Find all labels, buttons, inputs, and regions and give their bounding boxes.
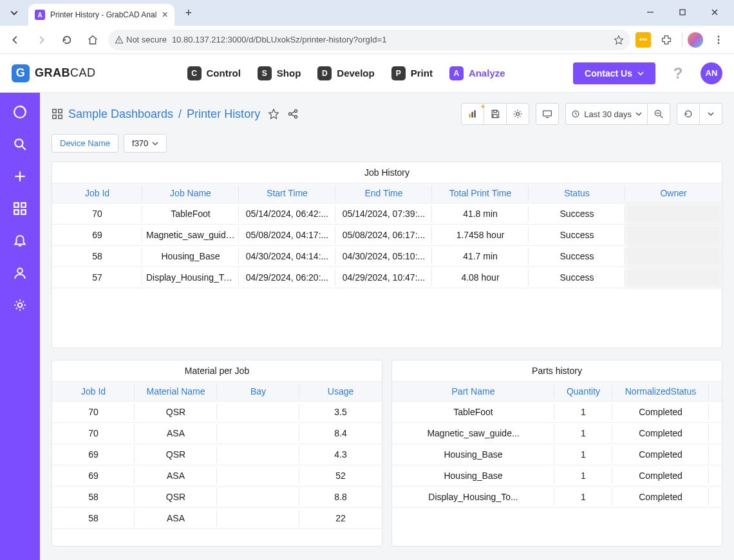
- profile-avatar[interactable]: [688, 32, 703, 48]
- column-header[interactable]: Job Name: [142, 183, 239, 203]
- column-header[interactable]: Part Name: [392, 382, 554, 402]
- home-button[interactable]: [82, 30, 103, 50]
- column-header[interactable]: End Time: [335, 183, 432, 203]
- variable-device-name-value[interactable]: f370: [124, 134, 167, 153]
- window-minimize-button[interactable]: [636, 3, 664, 22]
- table-row[interactable]: Magnetic_saw_guide...1Completed: [392, 423, 722, 444]
- nav-shop[interactable]: SShop: [258, 66, 301, 80]
- nav-develop[interactable]: DDevelop: [317, 66, 374, 80]
- svg-rect-21: [53, 109, 56, 113]
- svg-rect-33: [494, 110, 497, 112]
- nav-analyze[interactable]: AAnalyze: [449, 66, 505, 80]
- table-cell: QSR: [135, 444, 217, 465]
- extensions-button[interactable]: [656, 30, 677, 50]
- column-header[interactable]: Owner: [625, 183, 722, 203]
- variable-device-name-label[interactable]: Device Name: [52, 134, 118, 153]
- not-secure-badge: Not secure: [115, 35, 167, 44]
- nav-back-button[interactable]: [5, 30, 26, 50]
- table-row[interactable]: Housing_Base1Completed: [392, 444, 722, 465]
- column-header[interactable]: Status: [529, 183, 625, 203]
- column-header[interactable]: NormalizedStatus: [612, 382, 709, 402]
- table-cell: Housing_Base: [392, 444, 554, 465]
- nav-forward-button[interactable]: [31, 30, 52, 50]
- table-cell: 58: [52, 246, 142, 267]
- tab-close-button[interactable]: ×: [162, 9, 167, 21]
- avatar-initials: AN: [706, 68, 718, 78]
- table-row[interactable]: 70QSR3.5: [52, 402, 382, 423]
- tabs-dropdown-button[interactable]: [5, 4, 23, 22]
- analyze-icon: A: [449, 66, 464, 80]
- tv-mode-button[interactable]: [536, 103, 559, 125]
- table-row[interactable]: TableFoot1Completed: [392, 402, 722, 423]
- time-range-picker[interactable]: Last 30 days: [565, 103, 648, 125]
- table-cell: Housing_Base: [392, 465, 554, 487]
- table-cell: Display_Housing_To...: [392, 487, 554, 508]
- table-row[interactable]: 58Housing_Base04/30/2024, 04:14:...04/30…: [52, 246, 722, 267]
- sidebar-logo-icon[interactable]: [11, 103, 29, 121]
- chevron-down-icon: [635, 111, 642, 117]
- svg-line-29: [291, 115, 294, 117]
- bookmark-star-icon[interactable]: [614, 35, 624, 45]
- column-header[interactable]: Job Id: [52, 382, 135, 402]
- reload-button[interactable]: [57, 30, 77, 50]
- dashboard-grid-icon[interactable]: [52, 108, 63, 120]
- nav-print[interactable]: PPrint: [391, 66, 433, 80]
- breadcrumb-page[interactable]: Printer History: [187, 107, 260, 121]
- sidebar-settings-icon[interactable]: [11, 296, 29, 314]
- address-bar[interactable]: Not secure 10.80.137.212:3000/d/DbLUxokS…: [108, 30, 630, 50]
- nav-label: Print: [411, 68, 433, 79]
- breadcrumb-folder[interactable]: Sample Dashboards: [68, 107, 173, 121]
- nav-control[interactable]: CControl: [187, 66, 241, 80]
- table-row[interactable]: Display_Housing_To...1Completed: [392, 487, 722, 508]
- share-icon[interactable]: [287, 108, 299, 120]
- extension-icon[interactable]: •••: [635, 32, 651, 48]
- column-header[interactable]: Usage: [299, 382, 382, 402]
- settings-dashboard-button[interactable]: [506, 103, 529, 125]
- table-row[interactable]: 58ASA22: [52, 508, 382, 529]
- add-panel-button[interactable]: [461, 103, 484, 125]
- table-row[interactable]: 70TableFoot05/14/2024, 06:42:...05/14/20…: [52, 203, 722, 225]
- table-row[interactable]: 57Display_Housing_To...04/29/2024, 06:20…: [52, 267, 722, 288]
- column-header[interactable]: Total Print Time: [432, 183, 529, 203]
- table-row[interactable]: 58QSR8.8: [52, 487, 382, 508]
- column-header[interactable]: Start Time: [239, 183, 335, 203]
- window-close-button[interactable]: [701, 3, 729, 22]
- sidebar-dashboards-icon[interactable]: [11, 200, 29, 218]
- separator: [682, 33, 682, 47]
- zoom-out-button[interactable]: [647, 103, 670, 125]
- browser-tab[interactable]: A Printer History - GrabCAD Anal ×: [28, 4, 174, 26]
- sidebar-add-icon[interactable]: [11, 167, 29, 185]
- column-header[interactable]: [709, 382, 722, 402]
- table-row[interactable]: 69QSR4.3: [52, 444, 382, 465]
- brand-logo[interactable]: G GRABCAD: [12, 64, 96, 82]
- user-avatar[interactable]: AN: [701, 62, 722, 84]
- table-cell: 1: [554, 444, 612, 465]
- refresh-interval-button[interactable]: [699, 103, 722, 125]
- refresh-button[interactable]: [677, 103, 700, 125]
- column-header[interactable]: Quantity: [554, 382, 612, 402]
- table-row[interactable]: 70ASA8.4: [52, 423, 382, 444]
- table-cell: Magnetic_saw_guide...: [142, 225, 239, 246]
- sidebar: [0, 93, 40, 560]
- sidebar-user-icon[interactable]: [11, 264, 29, 282]
- sidebar-search-icon[interactable]: [11, 135, 29, 153]
- sidebar-alerts-icon[interactable]: [11, 232, 29, 250]
- contact-us-button[interactable]: Contact Us: [573, 62, 655, 84]
- table-cell: Success: [529, 225, 625, 246]
- table-row[interactable]: 69ASA52: [52, 465, 382, 487]
- new-tab-button[interactable]: +: [180, 4, 198, 22]
- browser-menu-button[interactable]: [708, 30, 729, 50]
- table-cell: TableFoot: [392, 402, 554, 423]
- save-dashboard-button[interactable]: [484, 103, 507, 125]
- print-icon: P: [391, 66, 406, 80]
- table-row[interactable]: Housing_Base1Completed: [392, 465, 722, 487]
- table-row[interactable]: 69Magnetic_saw_guide...05/08/2024, 04:17…: [52, 225, 722, 246]
- window-maximize-button[interactable]: [668, 3, 697, 22]
- help-icon[interactable]: ?: [670, 65, 686, 82]
- favorite-star-icon[interactable]: [268, 108, 279, 120]
- column-header[interactable]: Job Id: [52, 183, 142, 203]
- table-cell: 52: [299, 465, 382, 487]
- nav-label: Control: [207, 68, 241, 79]
- column-header[interactable]: Bay: [217, 382, 299, 402]
- column-header[interactable]: Material Name: [135, 382, 217, 402]
